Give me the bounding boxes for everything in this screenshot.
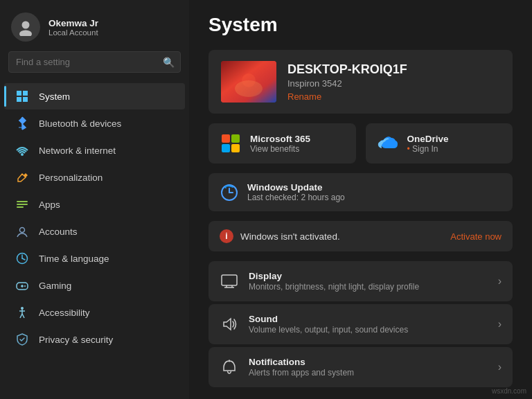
- svg-rect-2: [17, 91, 21, 96]
- notifications-name: Notifications: [249, 357, 488, 367]
- svg-point-0: [22, 21, 30, 29]
- svg-point-21: [21, 307, 24, 310]
- onedrive-action: Sign In: [407, 144, 449, 154]
- sidebar-item-privacy[interactable]: Privacy & security: [4, 326, 185, 353]
- svg-rect-12: [17, 206, 24, 208]
- device-name: DESKTOP-KROIQ1F: [287, 62, 407, 77]
- ms365-card[interactable]: Microsoft 365 View benefits: [209, 123, 356, 163]
- activate-now-link[interactable]: Activate now: [450, 231, 502, 242]
- sidebar-item-bluetooth[interactable]: Bluetooth & devices: [4, 110, 185, 136]
- time-icon: [15, 251, 29, 265]
- sidebar-item-personalization-label: Personalization: [39, 172, 103, 183]
- sidebar-item-bluetooth-label: Bluetooth & devices: [39, 118, 121, 129]
- display-chevron: ›: [498, 275, 502, 287]
- windows-update-card[interactable]: Windows Update Last checked: 2 hours ago: [209, 173, 513, 211]
- device-thumbnail: [221, 61, 276, 103]
- update-status: Last checked: 2 hours ago: [247, 193, 345, 202]
- search-box: 🔍: [8, 51, 181, 73]
- personalization-icon: [15, 170, 29, 184]
- sidebar-item-apps[interactable]: Apps: [4, 191, 185, 218]
- display-desc: Monitors, brightness, night light, displ…: [249, 282, 488, 292]
- sound-desc: Volume levels, output, input, sound devi…: [249, 325, 488, 335]
- svg-point-20: [24, 285, 26, 287]
- svg-point-9: [21, 153, 24, 156]
- onedrive-card[interactable]: OneDrive Sign In: [366, 123, 513, 163]
- main-content: System DESKTOP-KROIQ1F Inspiron 3: [189, 0, 532, 399]
- user-name: Okemwa Jr: [48, 18, 98, 28]
- sidebar-item-gaming-label: Gaming: [39, 281, 71, 291]
- notifications-setting[interactable]: Notifications Alerts from apps and syste…: [209, 347, 513, 387]
- svg-rect-11: [17, 204, 28, 205]
- page-title: System: [209, 14, 513, 36]
- svg-rect-5: [23, 97, 28, 102]
- ms365-icon: [220, 132, 242, 154]
- svg-rect-31: [222, 275, 237, 285]
- sound-setting[interactable]: Sound Volume levels, output, input, soun…: [209, 304, 513, 344]
- user-type: Local Account: [48, 28, 98, 37]
- svg-rect-26: [222, 134, 230, 143]
- windows-update-icon: [220, 183, 239, 202]
- sidebar-item-time-label: Time & language: [39, 254, 109, 264]
- sidebar-item-network[interactable]: Network & internet: [4, 137, 185, 163]
- svg-line-16: [22, 258, 25, 260]
- onedrive-info: OneDrive Sign In: [407, 134, 449, 154]
- update-info: Windows Update Last checked: 2 hours ago: [247, 182, 345, 202]
- display-icon: [220, 272, 239, 291]
- sidebar-item-accessibility[interactable]: Accessibility: [4, 299, 185, 326]
- network-icon: [15, 143, 29, 157]
- sound-icon: [220, 314, 239, 334]
- sidebar-item-privacy-label: Privacy & security: [39, 335, 113, 345]
- update-name: Windows Update: [247, 182, 345, 193]
- activation-bar: i Windows isn't activated. Activate now: [209, 221, 513, 251]
- sidebar-item-accounts[interactable]: Accounts: [4, 218, 185, 245]
- sidebar-item-time[interactable]: Time & language: [4, 245, 185, 272]
- sidebar-item-gaming[interactable]: Gaming: [4, 272, 185, 299]
- gaming-icon: [15, 278, 29, 292]
- display-setting[interactable]: Display Monitors, brightness, night ligh…: [209, 261, 513, 301]
- sidebar: Okemwa Jr Local Account 🔍 System: [0, 0, 189, 399]
- svg-rect-4: [17, 97, 21, 102]
- svg-point-1: [19, 30, 32, 37]
- onedrive-name: OneDrive: [407, 134, 449, 144]
- accessibility-icon: [15, 305, 29, 319]
- svg-rect-27: [231, 134, 240, 143]
- avatar: [11, 12, 40, 42]
- rename-link[interactable]: Rename: [287, 91, 407, 102]
- notifications-icon: [220, 357, 239, 377]
- system-icon: [15, 89, 29, 103]
- svg-rect-10: [17, 201, 28, 202]
- svg-point-25: [242, 73, 256, 87]
- display-info: Display Monitors, brightness, night ligh…: [249, 271, 488, 292]
- sound-name: Sound: [249, 314, 488, 324]
- sound-chevron: ›: [498, 318, 502, 330]
- svg-rect-29: [231, 144, 240, 152]
- device-info: DESKTOP-KROIQ1F Inspiron 3542 Rename: [287, 62, 407, 102]
- warning-icon: i: [220, 229, 233, 243]
- nav-items: System Bluetooth & devices: [0, 80, 189, 399]
- notifications-chevron: ›: [498, 361, 502, 373]
- sidebar-item-accessibility-label: Accessibility: [39, 308, 90, 318]
- accounts-icon: [15, 224, 29, 238]
- svg-rect-28: [222, 144, 230, 152]
- notifications-info: Notifications Alerts from apps and syste…: [249, 357, 488, 378]
- sidebar-item-personalization[interactable]: Personalization: [4, 164, 185, 190]
- svg-rect-3: [23, 91, 28, 96]
- sidebar-item-system-label: System: [39, 91, 70, 102]
- device-card: DESKTOP-KROIQ1F Inspiron 3542 Rename: [209, 50, 513, 114]
- user-section[interactable]: Okemwa Jr Local Account: [0, 0, 189, 51]
- ms365-action: View benefits: [250, 144, 310, 154]
- activation-text: Windows isn't activated.: [240, 231, 443, 242]
- search-input[interactable]: [8, 51, 181, 73]
- services-row: Microsoft 365 View benefits OneDrive Sig…: [209, 123, 513, 163]
- bluetooth-icon: [15, 116, 29, 130]
- svg-point-13: [20, 228, 25, 233]
- sound-info: Sound Volume levels, output, input, soun…: [249, 314, 488, 335]
- user-info: Okemwa Jr Local Account: [48, 18, 98, 37]
- notifications-desc: Alerts from apps and system: [249, 368, 488, 378]
- sidebar-item-system[interactable]: System: [4, 83, 185, 109]
- privacy-icon: [15, 332, 29, 346]
- sidebar-item-network-label: Network & internet: [39, 145, 116, 156]
- device-model: Inspiron 3542: [287, 78, 407, 89]
- sidebar-item-accounts-label: Accounts: [39, 227, 78, 237]
- ms365-name: Microsoft 365: [250, 134, 310, 144]
